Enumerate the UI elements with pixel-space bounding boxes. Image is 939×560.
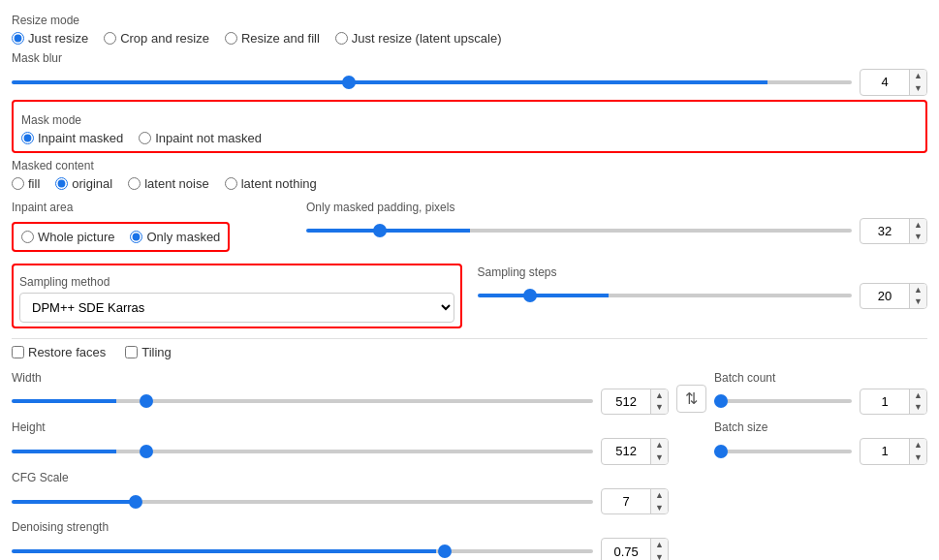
- cfg-scale-section: CFG Scale ▲ ▼: [12, 471, 669, 515]
- batch-size-number: ▲ ▼: [860, 438, 927, 465]
- mask-mode-section: Mask mode Inpaint masked Inpaint not mas…: [12, 100, 927, 153]
- batch-size-slider[interactable]: [714, 450, 852, 453]
- batch-size-label: Batch size: [714, 420, 927, 434]
- denoising-label: Denoising strength: [12, 520, 669, 534]
- height-down[interactable]: ▼: [651, 451, 668, 464]
- height-input[interactable]: [602, 442, 650, 460]
- sampling-steps-down[interactable]: ▼: [910, 296, 926, 308]
- denoising-input[interactable]: [602, 543, 650, 560]
- batch-size-slider-row: ▲ ▼: [714, 438, 927, 465]
- only-masked-padding-up[interactable]: ▲: [910, 219, 926, 232]
- resize-mode-latent-upscale[interactable]: Just resize (latent upscale): [335, 31, 502, 46]
- batch-count-slider[interactable]: [714, 399, 852, 403]
- mask-blur-input[interactable]: [861, 73, 909, 91]
- dimensions-section: Width ▲ ▼ Height ▲: [12, 365, 669, 560]
- batch-size-up[interactable]: ▲: [910, 439, 926, 451]
- mask-mode-group: Inpaint masked Inpaint not masked: [21, 131, 918, 145]
- divider-1: [12, 338, 927, 339]
- masked-content-latent-nothing-label: latent nothing: [241, 176, 317, 191]
- inpaint-area-only-masked-label: Only masked: [146, 230, 220, 244]
- width-slider[interactable]: [12, 399, 593, 403]
- denoising-up[interactable]: ▲: [651, 539, 668, 551]
- batch-size-section: Batch size ▲ ▼: [714, 420, 927, 465]
- height-up[interactable]: ▲: [651, 439, 668, 451]
- batch-count-up[interactable]: ▲: [910, 389, 926, 402]
- mask-mode-inpaint-not-masked[interactable]: Inpaint not masked: [139, 131, 262, 145]
- resize-mode-resize-fill-label: Resize and fill: [241, 31, 320, 46]
- only-masked-padding-down[interactable]: ▼: [910, 231, 926, 243]
- sampling-method-border: Sampling method DPM++ SDE Karras Euler a…: [12, 264, 462, 328]
- only-masked-padding-input[interactable]: [861, 222, 909, 240]
- cfg-scale-slider[interactable]: [12, 500, 593, 504]
- tiling-label: Tiling: [141, 345, 172, 359]
- mask-blur-row: ▲ ▼: [12, 69, 927, 96]
- batch-count-section: Batch count ▲ ▼: [714, 371, 927, 416]
- only-masked-padding-row: ▲ ▼: [306, 218, 927, 245]
- height-section: Height ▲ ▼: [12, 420, 669, 465]
- masked-content-latent-nothing[interactable]: latent nothing: [225, 176, 317, 191]
- height-slider-row: ▲ ▼: [12, 438, 669, 465]
- masked-content-group: fill original latent noise latent nothin…: [12, 176, 927, 191]
- width-label: Width: [12, 371, 669, 385]
- denoising-number: ▲ ▼: [601, 538, 669, 560]
- inpaint-area-label: Inpaint area: [12, 201, 283, 214]
- height-slider[interactable]: [12, 450, 593, 453]
- batch-count-input[interactable]: [861, 392, 909, 411]
- width-down[interactable]: ▼: [651, 401, 668, 414]
- batch-count-label: Batch count: [714, 371, 927, 385]
- mask-mode-inpaint-masked[interactable]: Inpaint masked: [21, 131, 123, 145]
- cfg-scale-down[interactable]: ▼: [651, 502, 668, 514]
- resize-mode-latent-upscale-label: Just resize (latent upscale): [352, 31, 502, 46]
- cfg-scale-number: ▲ ▼: [601, 488, 669, 515]
- only-masked-padding-slider[interactable]: [306, 229, 852, 233]
- width-input[interactable]: [602, 392, 650, 411]
- sampling-steps-up[interactable]: ▲: [910, 284, 926, 296]
- mask-blur-up[interactable]: ▲: [910, 70, 926, 82]
- batch-size-input[interactable]: [861, 442, 909, 460]
- denoising-down[interactable]: ▼: [651, 551, 668, 560]
- sampling-steps-input[interactable]: [861, 287, 909, 305]
- inpaint-area-wrapper: Inpaint area Whole picture Only masked: [12, 195, 283, 256]
- mask-blur-down[interactable]: ▼: [910, 82, 926, 95]
- tiling-checkbox[interactable]: Tiling: [125, 345, 172, 359]
- masked-content-latent-noise-label: latent noise: [144, 176, 209, 191]
- resize-mode-crop-resize-label: Crop and resize: [120, 31, 209, 46]
- only-masked-padding-label: Only masked padding, pixels: [306, 201, 927, 214]
- restore-tiling-row: Restore faces Tiling: [12, 345, 927, 359]
- masked-content-fill[interactable]: fill: [12, 176, 40, 191]
- width-up[interactable]: ▲: [651, 389, 668, 402]
- resize-mode-just-resize[interactable]: Just resize: [12, 31, 88, 46]
- swap-dimensions-button[interactable]: ⇅: [676, 385, 706, 413]
- resize-mode-resize-fill[interactable]: Resize and fill: [225, 31, 320, 46]
- batch-count-slider-row: ▲ ▼: [714, 389, 927, 416]
- denoising-section: Denoising strength ▲ ▼: [12, 520, 669, 560]
- inpaint-area-border: Whole picture Only masked: [12, 222, 230, 252]
- masked-content-original[interactable]: original: [55, 176, 112, 191]
- cfg-scale-up[interactable]: ▲: [651, 489, 668, 502]
- sampling-method-select[interactable]: DPM++ SDE Karras Euler a Euler LMS Heun …: [19, 293, 454, 323]
- batch-count-down[interactable]: ▼: [910, 401, 926, 414]
- inpaint-area-group: Whole picture Only masked: [21, 230, 220, 244]
- mask-blur-slider[interactable]: [12, 80, 852, 84]
- mask-blur-section: Mask blur ▲ ▼: [12, 51, 927, 96]
- inpaint-area-whole[interactable]: Whole picture: [21, 230, 114, 244]
- height-number: ▲ ▼: [601, 438, 669, 465]
- inpaint-area-row: Inpaint area Whole picture Only masked O…: [12, 195, 927, 256]
- inpaint-area-whole-label: Whole picture: [38, 230, 114, 244]
- inpaint-area-only-masked[interactable]: Only masked: [130, 230, 220, 244]
- dimensions-batch-row: Width ▲ ▼ Height ▲: [12, 365, 927, 560]
- masked-content-original-label: original: [72, 176, 112, 191]
- sampling-steps-slider[interactable]: [478, 294, 853, 297]
- sampling-steps-label: Sampling steps: [478, 265, 928, 279]
- sampling-method-section: Sampling method DPM++ SDE Karras Euler a…: [12, 260, 462, 332]
- batch-size-down[interactable]: ▼: [910, 451, 926, 464]
- denoising-slider[interactable]: [12, 549, 593, 553]
- masked-content-latent-noise[interactable]: latent noise: [128, 176, 209, 191]
- cfg-scale-slider-row: ▲ ▼: [12, 488, 669, 515]
- resize-mode-crop-resize[interactable]: Crop and resize: [104, 31, 209, 46]
- cfg-scale-input[interactable]: [602, 492, 650, 511]
- batch-section: Batch count ▲ ▼ Batch size: [714, 365, 927, 468]
- mask-mode-inpaint-masked-label: Inpaint masked: [38, 131, 123, 145]
- batch-count-number: ▲ ▼: [860, 389, 927, 416]
- restore-faces-checkbox[interactable]: Restore faces: [12, 345, 106, 359]
